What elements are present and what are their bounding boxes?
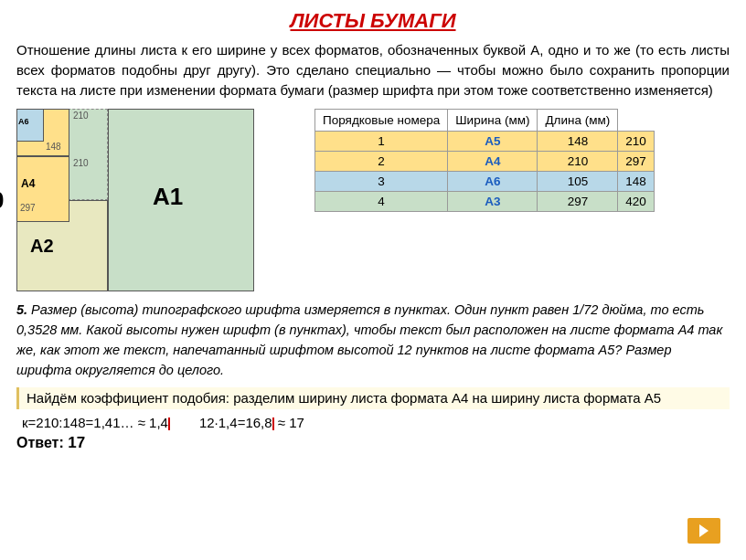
page-title: ЛИСТЫ БУМАГИ: [16, 9, 730, 33]
math-expr-1: к=210:148=1,41… ≈ 1,4: [22, 415, 170, 430]
middle-section: А1 А2 А3 А4 А5: [16, 109, 730, 291]
row-name: А3: [448, 192, 538, 212]
math-expr-2: 12·1,4=16,8 ≈ 17: [199, 415, 304, 430]
paper-diagram: А1 А2 А3 А4 А5: [16, 109, 254, 291]
problem-number: 5.: [16, 302, 27, 317]
row-height: 210: [618, 132, 655, 152]
next-arrow-icon: [696, 523, 712, 539]
solution-lead: Найдём коэффициент подобия: разделим шир…: [27, 387, 730, 409]
answer-value: 17: [68, 434, 85, 451]
row-num: 2: [315, 152, 448, 172]
row-width: 105: [538, 172, 618, 192]
dim-210-mid: 210: [73, 158, 89, 168]
cursor-2: [272, 417, 274, 430]
dim-210-top: 210: [73, 111, 89, 121]
a1-label: А1: [153, 183, 183, 211]
a6-rect: А6: [16, 109, 44, 142]
table-row: 2А4210297: [315, 152, 655, 172]
math-line: к=210:148=1,41… ≈ 1,4 12·1,4=16,8 ≈ 17: [16, 415, 730, 430]
dim-297: 297: [20, 203, 36, 213]
a4-label: А4: [21, 177, 35, 190]
row-height: 148: [618, 172, 655, 192]
row-num: 3: [315, 172, 448, 192]
next-button[interactable]: [687, 518, 720, 544]
intro-paragraph: Отношение длины листа к его ширине у все…: [16, 40, 730, 100]
a1-rect: А1: [108, 109, 254, 291]
solution-section: Найдём коэффициент подобия: разделим шир…: [16, 387, 730, 409]
dim-148: 148: [46, 142, 61, 152]
page-container: ЛИСТЫ БУМАГИ Отношение длины листа к его…: [16, 9, 730, 551]
a0-label: ← А0: [0, 186, 4, 215]
col-header-width: Ширина (мм): [448, 110, 538, 132]
svg-marker-0: [699, 524, 709, 537]
table-row: 3А6105148: [315, 172, 655, 192]
problem-text: 5. Размер (высота) типографского шрифта …: [16, 301, 730, 380]
table-row: 4А3297420: [315, 192, 655, 212]
row-num: 1: [315, 132, 448, 152]
table-row: 1А5148210: [315, 132, 655, 152]
cursor-1: [168, 417, 170, 430]
row-num: 4: [315, 192, 448, 212]
row-width: 210: [538, 152, 618, 172]
answer-line: Ответ: 17: [16, 434, 730, 452]
table-area: Порядковые номера Ширина (мм) Длина (мм)…: [314, 109, 730, 212]
row-width: 148: [538, 132, 618, 152]
diagram-area: А1 А2 А3 А4 А5: [16, 109, 300, 291]
row-height: 297: [618, 152, 655, 172]
row-width: 297: [538, 192, 618, 212]
row-name: А6: [448, 172, 538, 192]
a2-label: А2: [30, 236, 54, 257]
a6-label: А6: [18, 117, 29, 126]
row-name: А4: [448, 152, 538, 172]
col-header-num: Порядковые номера: [315, 110, 448, 132]
answer-label: Ответ:: [16, 435, 64, 450]
row-height: 420: [618, 192, 655, 212]
paper-formats-table: Порядковые номера Ширина (мм) Длина (мм)…: [314, 109, 655, 212]
row-name: А5: [448, 132, 538, 152]
col-header-length: Длина (мм): [538, 110, 618, 132]
problem-body: Размер (высота) типографского шрифта изм…: [16, 302, 722, 376]
